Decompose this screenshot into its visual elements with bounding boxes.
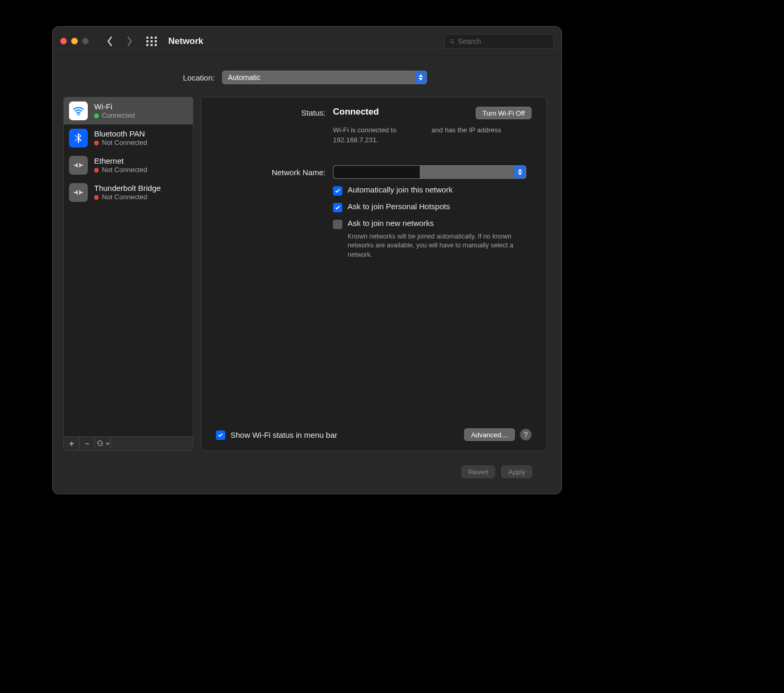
svg-rect-7 — [151, 44, 153, 46]
traffic-lights — [60, 38, 89, 44]
search-field[interactable] — [444, 34, 554, 49]
service-status: Connected — [102, 111, 135, 120]
service-status: Not Connected — [102, 166, 147, 174]
location-popup[interactable]: Automatic — [222, 71, 427, 84]
help-button[interactable]: ? — [520, 429, 532, 440]
svg-rect-5 — [155, 40, 157, 42]
network-name-popup[interactable] — [333, 165, 526, 179]
service-row-wifi[interactable]: Wi-Fi Connected — [64, 97, 193, 124]
service-status: Not Connected — [102, 193, 147, 201]
svg-point-9 — [77, 113, 79, 116]
checkbox-on-icon[interactable] — [333, 203, 342, 212]
revert-button: Revert — [462, 465, 495, 478]
ask-hotspot-label: Ask to join Personal Hotspots — [348, 202, 450, 211]
service-row-bluetooth-pan[interactable]: Bluetooth PAN Not Connected — [64, 124, 193, 152]
svg-rect-2 — [155, 37, 157, 39]
status-value: Connected — [333, 107, 379, 117]
ethernet-icon — [69, 183, 88, 202]
status-dot-icon — [94, 168, 99, 173]
auto-join-checkbox-row[interactable]: Automatically join this network — [333, 185, 532, 196]
checkbox-on-icon[interactable] — [216, 430, 225, 440]
service-row-thunderbolt-bridge[interactable]: Thunderbolt Bridge Not Connected — [64, 179, 193, 206]
svg-rect-3 — [146, 40, 148, 42]
advanced-button[interactable]: Advanced… — [464, 428, 515, 441]
services-list[interactable]: Wi-Fi Connected Bluetooth PAN Not Connec… — [63, 97, 193, 436]
service-name: Thunderbolt Bridge — [94, 184, 161, 193]
ask-new-networks-checkbox-row[interactable]: Ask to join new networks — [333, 219, 434, 229]
remove-service-button[interactable]: － — [79, 437, 95, 450]
redacted-ssid-value — [333, 166, 420, 178]
zoom-window-button — [82, 38, 89, 44]
ask-new-networks-label: Ask to join new networks — [348, 219, 434, 228]
svg-point-12 — [99, 443, 100, 444]
apply-button: Apply — [501, 465, 532, 478]
location-value: Automatic — [228, 73, 260, 82]
svg-rect-4 — [151, 40, 153, 42]
ethernet-icon — [69, 156, 88, 175]
svg-point-11 — [98, 443, 99, 444]
window-content: Location: Automatic Wi-Fi Connected — [53, 56, 561, 494]
network-preferences-window: Network Location: Automatic — [52, 26, 562, 494]
svg-rect-0 — [146, 37, 148, 39]
status-dot-icon — [94, 113, 99, 118]
chevron-up-down-icon — [514, 166, 526, 178]
add-service-button[interactable]: ＋ — [64, 437, 79, 450]
redacted-ssid — [398, 127, 430, 134]
svg-rect-6 — [146, 44, 148, 46]
service-name: Ethernet — [94, 156, 147, 166]
search-icon — [449, 38, 455, 45]
auto-join-label: Automatically join this network — [348, 185, 453, 194]
service-name: Wi-Fi — [94, 102, 135, 111]
ask-hotspot-checkbox-row[interactable]: Ask to join Personal Hotspots — [333, 202, 532, 212]
status-label: Status: — [216, 107, 326, 119]
service-status: Not Connected — [102, 139, 147, 147]
service-name: Bluetooth PAN — [94, 129, 147, 139]
show-wifi-status-label: Show Wi-Fi status in menu bar — [230, 430, 337, 439]
services-list-toolbar: ＋ － — [63, 436, 193, 451]
status-dot-icon — [94, 195, 99, 200]
ask-new-networks-row: Ask to join new networks Known networks … — [333, 219, 532, 260]
bluetooth-icon — [69, 129, 88, 147]
checkbox-off-icon[interactable] — [333, 220, 342, 229]
back-button[interactable] — [102, 34, 117, 49]
checkbox-on-icon[interactable] — [333, 186, 342, 196]
turn-wifi-off-button[interactable]: Turn Wi-Fi Off — [476, 107, 532, 119]
svg-rect-8 — [155, 44, 157, 46]
service-actions-menu[interactable] — [95, 437, 111, 450]
service-detail-panel: Status: Connected Turn Wi-Fi Off Wi-Fi i… — [201, 97, 547, 451]
window-title: Network — [168, 36, 203, 47]
forward-button — [122, 34, 137, 49]
services-sidebar: Wi-Fi Connected Bluetooth PAN Not Connec… — [63, 97, 193, 451]
minimize-window-button[interactable] — [71, 38, 78, 44]
status-explanation: Wi-Fi is connected to and has the IP add… — [333, 126, 532, 145]
svg-rect-1 — [151, 37, 153, 39]
service-row-ethernet[interactable]: Ethernet Not Connected — [64, 152, 193, 179]
svg-point-13 — [100, 443, 101, 444]
search-input[interactable] — [458, 37, 549, 46]
window-footer: Revert Apply — [63, 451, 547, 487]
chevron-up-down-icon — [415, 71, 426, 84]
location-label: Location: — [183, 73, 215, 82]
location-row: Location: Automatic — [63, 71, 547, 84]
close-window-button[interactable] — [60, 38, 67, 44]
window-toolbar: Network — [53, 27, 561, 56]
show-all-icon[interactable] — [145, 35, 158, 48]
wifi-icon — [69, 101, 88, 120]
network-name-label: Network Name: — [216, 165, 326, 179]
ask-new-networks-help: Known networks will be joined automatica… — [348, 232, 531, 260]
status-dot-icon — [94, 141, 99, 145]
